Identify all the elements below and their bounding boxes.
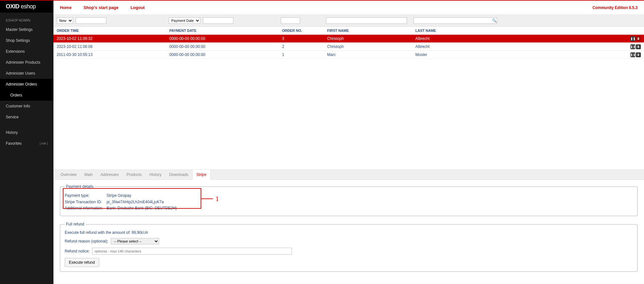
- refund-amount-currency: EUR: [141, 231, 148, 234]
- favorites-edit-link[interactable]: [ edit ]: [40, 142, 48, 145]
- cell-ono: 3: [279, 35, 324, 43]
- favorites-label: Favorites: [6, 141, 22, 146]
- detail-panel: Payment details Payment type: Stripe Gir…: [53, 180, 644, 284]
- logo-thin: eshop: [19, 3, 36, 10]
- payment-date-filter-input[interactable]: [203, 17, 233, 24]
- order-time-filter-input[interactable]: [76, 17, 106, 24]
- cell-time: 2023-10-02 11:06:08: [53, 43, 166, 51]
- last-name-filter-input[interactable]: [413, 17, 497, 24]
- main-area: Home Shop's start page Logout Community …: [53, 1, 644, 284]
- header-links: Home Shop's start page Logout: [60, 5, 156, 10]
- annotation-number: 1: [215, 195, 219, 203]
- cell-actions: ❚❚🗑: [627, 43, 644, 51]
- full-refund-legend: Full refund: [65, 222, 86, 226]
- delete-icon[interactable]: 🗑: [636, 52, 641, 57]
- tab-downloads[interactable]: Downloads: [165, 170, 192, 179]
- cell-ono: 2: [279, 43, 324, 51]
- refund-notice-input[interactable]: [92, 248, 292, 255]
- admin-label: ESHOP ADMIN: [0, 13, 53, 24]
- table-row[interactable]: 2023-10-02 11:09:320000-00-00 00:00:003C…: [53, 35, 644, 43]
- tab-stripe[interactable]: Stripe: [192, 170, 211, 180]
- header: Home Shop's start page Logout Community …: [53, 1, 644, 15]
- delete-icon[interactable]: 🗑: [636, 44, 641, 49]
- additional-info-value: Bank: Deutsche Bank (BIC: DEUTDE2H): [107, 205, 177, 211]
- sidebar: OXID eshop ESHOP ADMIN Master Settings S…: [0, 1, 53, 284]
- additional-info-label: Additional information:: [65, 205, 107, 211]
- sidebar-item-shop-settings[interactable]: Shop Settings: [0, 35, 53, 46]
- sidebar-item-extensions[interactable]: Extensions: [0, 46, 53, 57]
- edition-label: Community Edition 6.5.3: [592, 5, 638, 10]
- sidebar-item-administer-orders[interactable]: Administer Orders: [0, 79, 53, 90]
- refund-amount-text: Execute full refund with the amount of: …: [65, 230, 141, 235]
- cell-actions: ❚❚🗑: [627, 35, 644, 43]
- tab-addresses[interactable]: Addresses: [97, 170, 123, 179]
- nav-logout[interactable]: Logout: [130, 5, 145, 10]
- search-button[interactable]: 🔍: [492, 18, 497, 23]
- stripe-transaction-id-value: pi_3Nwi7AHip2Lh2mE404LjuK7a: [107, 199, 164, 205]
- payment-type-label: Payment type:: [65, 193, 107, 199]
- payment-type-value: Stripe Giropay: [107, 193, 131, 199]
- refund-reason-select[interactable]: -- Please select --: [111, 238, 159, 244]
- tab-products[interactable]: Products: [123, 170, 146, 179]
- cell-lname: Muster: [412, 51, 627, 59]
- col-header-first-name[interactable]: FIRST NAME: [324, 27, 412, 35]
- orders-table: ORDER TIME PAYMENT DATE ORDER NO. FIRST …: [53, 27, 644, 59]
- tab-history[interactable]: History: [146, 170, 165, 179]
- cell-pdate: 0000-00-00 00:00:00: [166, 51, 279, 59]
- detail-tabs: Overview Main Addresses Products History…: [53, 169, 644, 180]
- cell-pdate: 0000-00-00 00:00:00: [166, 43, 279, 51]
- ship-icon[interactable]: ❚❚: [630, 52, 635, 57]
- sidebar-item-master-settings[interactable]: Master Settings: [0, 24, 53, 35]
- filter-bar: New Payment Date 🔍: [53, 15, 644, 27]
- sidebar-item-favorites[interactable]: Favorites [ edit ]: [0, 138, 53, 149]
- search-icon: 🔍: [492, 18, 497, 23]
- execute-refund-button[interactable]: Execute refund: [65, 258, 99, 267]
- col-header-payment-date[interactable]: PAYMENT DATE: [166, 27, 279, 35]
- col-header-order-time[interactable]: ORDER TIME: [53, 27, 166, 35]
- ship-icon[interactable]: ❚❚: [630, 36, 635, 41]
- cell-fname: Marc: [324, 51, 412, 59]
- sidebar-item-administer-users[interactable]: Administer Users: [0, 68, 53, 79]
- first-name-filter-input[interactable]: [326, 17, 407, 24]
- cell-lname: Albrecht: [412, 35, 627, 43]
- sidebar-item-service[interactable]: Service: [0, 112, 53, 123]
- delete-icon[interactable]: 🗑: [636, 36, 641, 41]
- col-header-actions: [627, 27, 644, 35]
- sidebar-item-administer-products[interactable]: Administer Products: [0, 57, 53, 68]
- order-no-filter-input[interactable]: [281, 17, 300, 24]
- table-row[interactable]: 2011-03-30 10:55:130000-00-00 00:00:001M…: [53, 51, 644, 59]
- list-spacer: [53, 59, 644, 169]
- logo: OXID eshop: [0, 1, 53, 13]
- sidebar-subitem-orders[interactable]: Orders: [0, 90, 53, 101]
- tab-main[interactable]: Main: [80, 170, 97, 179]
- full-refund-fieldset: Full refund Execute full refund with the…: [60, 222, 638, 272]
- cell-lname: Albrecht: [412, 43, 627, 51]
- annotation-line: [201, 198, 213, 199]
- cell-fname: Christoph: [324, 43, 412, 51]
- tab-overview[interactable]: Overview: [57, 170, 80, 179]
- refund-notice-label: Refund notice:: [65, 249, 90, 253]
- logo-bold: OXID: [6, 3, 19, 10]
- table-row[interactable]: 2023-10-02 11:06:080000-00-00 00:00:002C…: [53, 43, 644, 51]
- cell-time: 2023-10-02 11:09:32: [53, 35, 166, 43]
- status-filter-select[interactable]: New: [57, 17, 73, 24]
- sidebar-item-customer-info[interactable]: Customer Info: [0, 101, 53, 112]
- stripe-transaction-id-label: Stripe Transaction ID:: [65, 199, 107, 205]
- payment-details-legend: Payment details: [65, 184, 95, 189]
- cell-pdate: 0000-00-00 00:00:00: [166, 35, 279, 43]
- cell-time: 2011-03-30 10:55:13: [53, 51, 166, 59]
- payment-date-filter-select[interactable]: Payment Date: [169, 17, 200, 24]
- nav-home[interactable]: Home: [60, 5, 71, 10]
- col-header-last-name[interactable]: LAST NAME: [412, 27, 627, 35]
- cell-ono: 1: [279, 51, 324, 59]
- cell-fname: Christoph: [324, 35, 412, 43]
- cell-actions: ❚❚🗑: [627, 51, 644, 59]
- payment-details-fieldset: Payment details Payment type: Stripe Gir…: [60, 184, 638, 216]
- nav-shop-start[interactable]: Shop's start page: [83, 5, 118, 10]
- refund-reason-label: Refund reason (optional):: [65, 239, 108, 243]
- sidebar-item-history[interactable]: History: [0, 127, 53, 138]
- col-header-order-no[interactable]: ORDER NO.: [279, 27, 324, 35]
- ship-icon[interactable]: ❚❚: [630, 44, 635, 49]
